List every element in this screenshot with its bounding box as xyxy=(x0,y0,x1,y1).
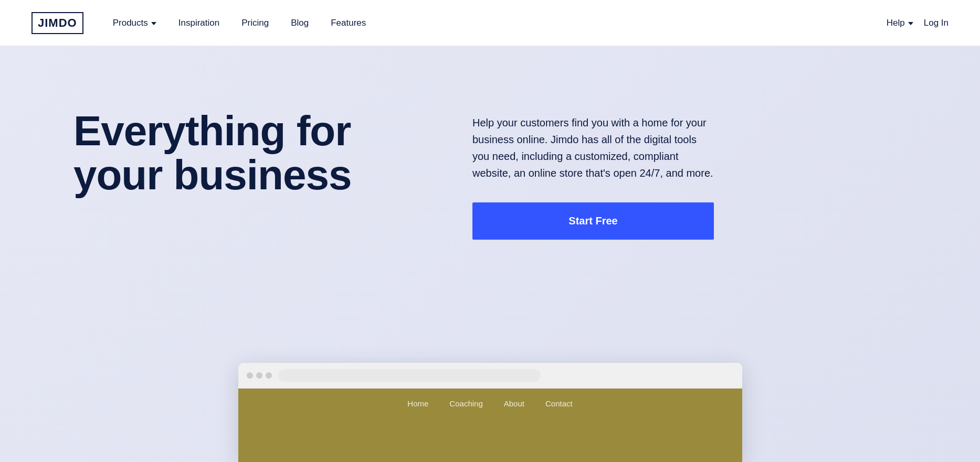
help-link[interactable]: Help xyxy=(887,18,913,28)
browser-nav-contact: Contact xyxy=(545,399,573,408)
browser-address-bar xyxy=(278,369,541,382)
nav-item-products[interactable]: Products xyxy=(104,14,165,33)
browser-nav-home: Home xyxy=(407,399,428,408)
hero-left: Everything for your business xyxy=(73,109,430,197)
logo-text: JIMDO xyxy=(38,16,77,29)
nav-item-blog[interactable]: Blog xyxy=(282,14,317,33)
browser-mockup-container: Home Coaching About Contact xyxy=(0,363,980,462)
login-link[interactable]: Log In xyxy=(924,18,949,28)
navbar-left: JIMDO Products Inspiration Pricing xyxy=(31,12,374,34)
nav-link-pricing[interactable]: Pricing xyxy=(233,14,277,33)
nav-link-inspiration[interactable]: Inspiration xyxy=(170,14,228,33)
hero-content: Everything for your business Help your c… xyxy=(0,46,980,352)
nav-link-products[interactable]: Products xyxy=(104,14,165,33)
hero-right: Help your customers find you with a home… xyxy=(472,109,714,240)
browser-toolbar xyxy=(238,363,742,389)
browser-dot-green xyxy=(266,372,272,379)
hero-description: Help your customers find you with a home… xyxy=(472,114,714,181)
nav-link-blog[interactable]: Blog xyxy=(282,14,317,33)
browser-inner-nav: Home Coaching About Contact xyxy=(397,389,583,418)
hero-section: Everything for your business Help your c… xyxy=(0,46,980,462)
nav-item-features[interactable]: Features xyxy=(322,14,374,33)
chevron-down-icon xyxy=(151,22,156,25)
browser-page-content: Home Coaching About Contact xyxy=(238,389,742,462)
nav-item-pricing[interactable]: Pricing xyxy=(233,14,277,33)
navbar: JIMDO Products Inspiration Pricing xyxy=(0,0,980,46)
nav-links: Products Inspiration Pricing Blog xyxy=(104,14,375,33)
browser-nav-about: About xyxy=(504,399,524,408)
chevron-down-icon xyxy=(908,22,913,25)
browser-dots xyxy=(247,372,272,379)
browser-nav-coaching: Coaching xyxy=(449,399,482,408)
nav-link-features[interactable]: Features xyxy=(322,14,374,33)
navbar-right: Help Log In xyxy=(887,18,949,28)
start-free-button[interactable]: Start Free xyxy=(472,202,714,240)
browser-dot-yellow xyxy=(256,372,262,379)
browser-dot-red xyxy=(247,372,253,379)
nav-item-inspiration[interactable]: Inspiration xyxy=(170,14,228,33)
browser-mockup: Home Coaching About Contact xyxy=(238,363,742,462)
hero-headline: Everything for your business xyxy=(73,109,430,197)
logo[interactable]: JIMDO xyxy=(31,12,83,34)
